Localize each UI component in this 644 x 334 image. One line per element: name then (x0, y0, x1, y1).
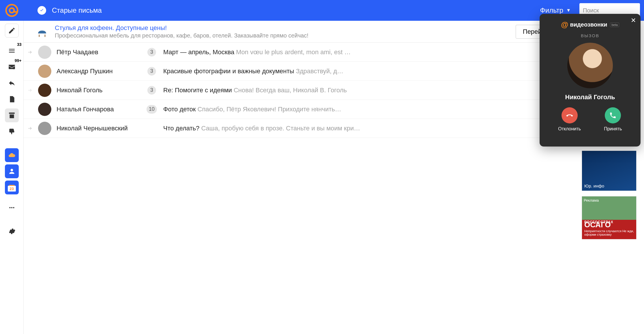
ad-banner-2[interactable]: Реклама РОСГОССТРАХ ОСАГО Неприятности с… (582, 196, 637, 239)
svg-rect-8 (44, 35, 46, 37)
cloud-app-button[interactable] (5, 148, 19, 162)
archive-folder-button[interactable] (5, 108, 19, 122)
arrow-right-icon (27, 50, 33, 55)
sender-avatar (38, 84, 51, 97)
ad2-headline: ОСАГО (584, 220, 611, 229)
sender-avatar (38, 103, 51, 116)
filter-label: Фильтр (540, 6, 564, 14)
inbox-count-badge: 33 (17, 42, 22, 47)
cloud-icon (8, 151, 16, 159)
direction-indicator (27, 88, 33, 93)
caller-name: Николай Гоголь (565, 93, 615, 101)
subject-snippet: Фото деток Спасибо, Пётр Яковлевич! Прих… (163, 106, 568, 113)
dots-icon (8, 204, 16, 211)
thread-count-cell: 3 (145, 86, 158, 95)
promo-title: Стулья для кофеен. Доступные цены! (55, 24, 510, 32)
accept-label: Принять (604, 126, 622, 132)
call-subtitle: ВЫЗОВ (581, 33, 599, 38)
unread-count-badge: 99+ (15, 58, 22, 63)
ad-banner-1[interactable]: Юр. инфо (582, 151, 637, 191)
envelope-x-icon (8, 63, 16, 71)
subject-snippet: Март — апрель, Москва Mon vœu le plus ar… (163, 48, 568, 56)
svg-point-0 (6, 5, 18, 16)
sender-name: Николай Чернышевский (57, 125, 140, 132)
incoming-call-panel: ✕ @ видеозвонки beta ВЫЗОВ Николай Гогол… (540, 14, 641, 147)
subject-snippet: Что делать? Саша, пробую себя в прозе. С… (163, 125, 568, 132)
sender-name: Наталья Гончарова (57, 106, 140, 113)
beta-badge: beta (610, 22, 619, 27)
inbox-folder-button[interactable]: 33 (5, 44, 19, 58)
subject-snippet: Красивые фотографии и важные документы З… (163, 67, 568, 75)
decline-label: Отклонить (558, 126, 581, 132)
direction-indicator (27, 126, 33, 131)
main-panel: Стулья для кофеен. Доступные цены! Профе… (24, 21, 577, 334)
document-icon (8, 95, 16, 103)
phone-hangup-icon (566, 112, 573, 119)
thread-count-cell: 3 (145, 48, 158, 57)
drafts-folder-button[interactable] (5, 92, 19, 106)
settings-button[interactable] (5, 224, 19, 238)
thread-count-pill: 3 (147, 67, 156, 76)
message-row[interactable]: Николай Гоголь3Re: Помогите с идеями Сно… (24, 81, 577, 100)
sender-name: Пётр Чаадаев (57, 48, 140, 56)
sender-avatar (38, 46, 51, 59)
sender-name: Николай Гоголь (57, 87, 140, 94)
sent-folder-button[interactable] (5, 76, 19, 90)
filter-dropdown[interactable]: Фильтр ▼ (540, 6, 571, 14)
close-call-button[interactable]: ✕ (631, 17, 636, 24)
mailru-logo[interactable] (0, 0, 24, 21)
message-row[interactable]: Александр Пушкин3Красивые фотографии и в… (24, 62, 577, 81)
gear-icon (8, 228, 16, 235)
spam-folder-button[interactable] (5, 125, 19, 138)
thread-count-pill: 3 (147, 48, 156, 57)
thread-count-pill: 3 (147, 86, 156, 95)
thumbs-down-icon (8, 128, 16, 135)
thread-count-cell: 3 (145, 67, 158, 76)
direction-indicator (27, 50, 33, 55)
message-row[interactable]: Николай ЧернышевскийЧто делать? Саша, пр… (24, 119, 577, 138)
more-apps-button[interactable] (5, 201, 19, 215)
ad2-tag: Реклама (584, 198, 599, 202)
mailru-at-icon: @ (561, 20, 568, 29)
unread-folder-button[interactable]: 99+ (5, 60, 19, 74)
thread-count-cell: 10 (145, 105, 158, 114)
call-brand: @ видеозвонки beta (561, 20, 619, 29)
calendar-day-number: 23 (8, 186, 16, 192)
folder-title: Старые письма (52, 6, 102, 14)
sender-avatar (38, 65, 51, 78)
svg-point-4 (9, 207, 10, 208)
call-brand-text: видеозвонки (570, 21, 607, 28)
chevron-down-icon: ▼ (566, 8, 571, 13)
thread-count-pill: 10 (147, 105, 157, 114)
promo-banner[interactable]: Стулья для кофеен. Доступные цены! Профе… (24, 21, 577, 43)
message-row[interactable]: Пётр Чаадаев3Март — апрель, Москва Mon v… (24, 43, 577, 62)
select-all-toggle[interactable] (37, 6, 46, 15)
promo-subtitle: Профессиональная мебель для ресторанов, … (55, 32, 510, 39)
search-input[interactable] (583, 7, 644, 14)
accept-call-button[interactable] (605, 107, 621, 123)
contacts-app-button[interactable] (5, 164, 19, 178)
caller-avatar (567, 43, 613, 88)
archive-icon (8, 112, 16, 119)
svg-point-6 (13, 207, 14, 208)
phone-icon (609, 112, 617, 119)
sender-name: Александр Пушкин (57, 67, 140, 75)
menu-icon (8, 47, 16, 55)
calendar-app-button[interactable]: 23 (5, 181, 19, 194)
message-row[interactable]: Наталья Гончарова10Фото деток Спасибо, П… (24, 100, 577, 119)
arrow-right-icon (27, 126, 33, 131)
compose-button[interactable] (5, 24, 19, 37)
arrow-right-icon (27, 88, 33, 93)
reply-icon (8, 79, 16, 87)
decline-call-button[interactable] (562, 107, 578, 123)
promo-image (35, 25, 49, 39)
svg-rect-7 (39, 35, 40, 37)
ad1-label: Юр. инфо (584, 183, 604, 188)
left-rail: 33 99+ 23 (0, 21, 24, 334)
svg-point-5 (11, 207, 12, 208)
person-icon (8, 168, 16, 175)
ad2-subtitle: Неприятности случаются Не жди, оформи ст… (584, 229, 636, 236)
message-list[interactable]: Пётр Чаадаев3Март — апрель, Москва Mon v… (24, 43, 577, 334)
pencil-icon (8, 27, 16, 34)
subject-snippet: Re: Помогите с идеями Снова! Всегда ваш,… (163, 87, 568, 94)
